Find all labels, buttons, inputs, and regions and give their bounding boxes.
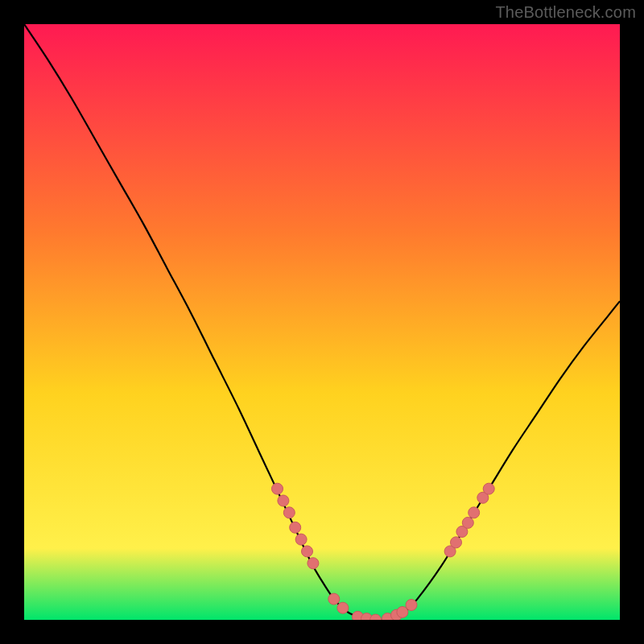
- highlight-dot: [290, 522, 301, 533]
- highlight-dot: [483, 483, 494, 494]
- highlight-dot: [469, 507, 480, 518]
- highlight-dot: [406, 600, 417, 611]
- highlight-dot: [272, 483, 283, 494]
- watermark-text: TheBottleneck.com: [495, 3, 636, 22]
- highlight-dot: [278, 495, 289, 506]
- highlight-dot: [302, 546, 313, 557]
- highlight-dot: [462, 517, 473, 528]
- highlight-dot: [451, 537, 462, 548]
- highlight-dot: [308, 558, 319, 569]
- chart-stage: TheBottleneck.com: [0, 0, 644, 644]
- highlight-dot: [283, 507, 295, 518]
- gradient-background: [24, 24, 620, 620]
- plot-area: [24, 24, 620, 620]
- highlight-dot: [295, 534, 307, 545]
- highlight-dot: [328, 593, 340, 605]
- chart-svg: [24, 24, 620, 620]
- highlight-dot: [337, 602, 349, 613]
